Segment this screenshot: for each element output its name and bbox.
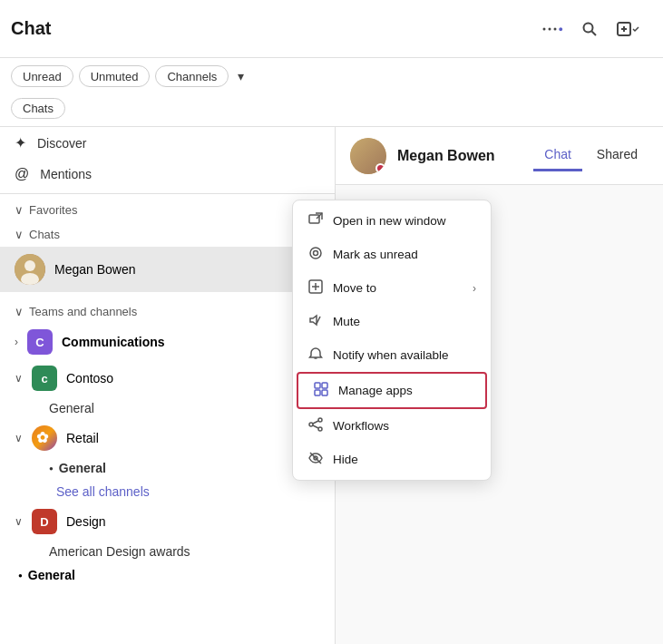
discover-label: Discover bbox=[37, 136, 86, 151]
chat-item-megan[interactable]: Megan Bowen bbox=[0, 247, 335, 292]
favorites-chevron-icon: ∨ bbox=[15, 203, 24, 217]
tab-chat[interactable]: Chat bbox=[533, 140, 582, 171]
menu-item-manage-apps[interactable]: Manage apps bbox=[297, 372, 487, 409]
menu-label-hide: Hide bbox=[333, 453, 358, 466]
expand-icon: › bbox=[15, 336, 18, 348]
channel-item-design[interactable]: ∨ D Design bbox=[0, 503, 335, 540]
menu-label-manage-apps: Manage apps bbox=[338, 384, 413, 397]
user-name: Megan Bowen bbox=[397, 148, 522, 164]
chats-section-label: Chats bbox=[29, 228, 60, 241]
svg-rect-23 bbox=[322, 383, 327, 388]
filter-unread[interactable]: Unread bbox=[11, 65, 73, 87]
context-menu: Open in new window Mark as unread Move t… bbox=[292, 200, 492, 481]
header-icons: ● bbox=[535, 15, 645, 44]
design-chevron-icon: ∨ bbox=[15, 515, 23, 528]
search-icon[interactable] bbox=[576, 15, 603, 43]
svg-point-27 bbox=[318, 418, 322, 422]
sidebar-teams-section[interactable]: ∨ Teams and channels bbox=[0, 299, 335, 324]
move-to-icon bbox=[307, 279, 324, 297]
open-window-icon bbox=[307, 212, 324, 229]
avatar-retail: ✿ bbox=[32, 425, 57, 451]
tab-shared[interactable]: Shared bbox=[586, 140, 648, 171]
sub-channel-general-retail[interactable]: ● General bbox=[0, 456, 335, 480]
sidebar-chats-section[interactable]: ∨ Chats bbox=[0, 222, 335, 247]
sub-channel-american-design[interactable]: American Design awards bbox=[0, 540, 335, 563]
user-header: Megan Bowen Chat Shared bbox=[336, 127, 663, 185]
svg-point-15 bbox=[310, 248, 321, 259]
svg-point-3 bbox=[584, 23, 593, 32]
svg-rect-13 bbox=[309, 215, 319, 223]
discover-icon: ✦ bbox=[15, 134, 26, 151]
menu-item-mark-unread[interactable]: Mark as unread bbox=[293, 238, 491, 271]
menu-label-notify: Notify when available bbox=[333, 348, 449, 362]
menu-item-open-new-window[interactable]: Open in new window bbox=[293, 204, 491, 238]
mentions-label: Mentions bbox=[40, 167, 92, 181]
svg-rect-25 bbox=[322, 390, 327, 395]
menu-item-hide[interactable]: Hide bbox=[293, 443, 491, 476]
move-to-chevron-icon: › bbox=[473, 282, 476, 295]
channel-name-retail: Retail bbox=[66, 431, 99, 445]
svg-point-0 bbox=[542, 27, 545, 30]
avatar-contoso: c bbox=[32, 366, 57, 391]
svg-line-4 bbox=[592, 31, 597, 35]
filter-channels[interactable]: Channels bbox=[155, 65, 229, 87]
svg-point-26 bbox=[309, 423, 313, 426]
sub-channel-see-all[interactable]: See all channels bbox=[0, 480, 335, 503]
menu-label-mute: Mute bbox=[333, 315, 360, 328]
svg-point-9 bbox=[24, 260, 35, 271]
menu-item-notify[interactable]: Notify when available bbox=[293, 338, 491, 372]
page-title: Chat bbox=[11, 18, 51, 39]
mute-icon bbox=[307, 313, 324, 330]
teams-section-label: Teams and channels bbox=[29, 305, 137, 318]
contoso-chevron-icon: ∨ bbox=[15, 372, 23, 385]
avatar-megan bbox=[15, 254, 45, 285]
avatar-communications: C bbox=[27, 329, 53, 355]
sidebar-item-discover[interactable]: ✦ Discover bbox=[0, 127, 335, 159]
sub-channel-general-last[interactable]: ● General bbox=[0, 563, 335, 587]
notify-icon bbox=[307, 346, 324, 364]
channel-item-communications[interactable]: › C Communications bbox=[0, 324, 335, 360]
svg-point-1 bbox=[548, 27, 551, 30]
favorites-label: Favorites bbox=[29, 203, 77, 217]
svg-point-16 bbox=[314, 251, 318, 256]
chats-chevron-icon: ∨ bbox=[15, 228, 24, 241]
sidebar: ✦ Discover @ Mentions ∨ Favorites ∨ Chat… bbox=[0, 127, 336, 644]
svg-line-30 bbox=[313, 425, 318, 428]
manage-apps-icon bbox=[313, 382, 329, 399]
tab-bar: Chat Shared bbox=[533, 140, 648, 171]
hide-icon bbox=[307, 451, 324, 468]
more-icon[interactable]: ● bbox=[535, 15, 569, 44]
svg-point-2 bbox=[553, 27, 556, 30]
filter-chevron[interactable]: ▾ bbox=[234, 65, 248, 87]
menu-label-open-new-window: Open in new window bbox=[333, 214, 446, 228]
menu-label-mark-unread: Mark as unread bbox=[333, 248, 418, 261]
sidebar-item-mentions[interactable]: @ Mentions bbox=[0, 159, 335, 190]
channel-item-retail[interactable]: ∨ ✿ Retail bbox=[0, 420, 335, 456]
channel-name-contoso: Contoso bbox=[66, 371, 113, 385]
svg-point-28 bbox=[318, 427, 322, 431]
channel-item-contoso[interactable]: ∨ c Contoso bbox=[0, 360, 335, 396]
menu-item-mute[interactable]: Mute bbox=[293, 305, 491, 338]
filter-unmuted[interactable]: Unmuted bbox=[79, 65, 151, 87]
avatar-design: D bbox=[32, 509, 57, 534]
svg-rect-24 bbox=[315, 390, 320, 395]
menu-item-workflows[interactable]: Workflows bbox=[293, 409, 491, 443]
workflows-icon bbox=[307, 417, 324, 434]
channel-name-communications: Communications bbox=[62, 335, 165, 349]
svg-line-29 bbox=[313, 421, 318, 424]
svg-text:✿: ✿ bbox=[36, 430, 49, 445]
sub-channel-general-contoso[interactable]: General bbox=[0, 396, 335, 420]
mentions-icon: @ bbox=[15, 166, 29, 182]
presence-dot bbox=[375, 163, 385, 173]
user-avatar bbox=[350, 138, 386, 174]
channel-name-design: Design bbox=[66, 514, 106, 529]
filter-bar: Unread Unmuted Channels ▾ Chats bbox=[0, 58, 663, 127]
menu-label-workflows: Workflows bbox=[333, 419, 389, 433]
menu-item-move-to[interactable]: Move to › bbox=[293, 271, 491, 305]
sidebar-favorites[interactable]: ∨ Favorites bbox=[0, 198, 335, 222]
general-label: General bbox=[28, 568, 75, 582]
retail-chevron-icon: ∨ bbox=[15, 432, 23, 444]
compose-icon[interactable] bbox=[610, 15, 645, 43]
filter-chats[interactable]: Chats bbox=[11, 98, 65, 119]
svg-rect-22 bbox=[315, 383, 320, 388]
